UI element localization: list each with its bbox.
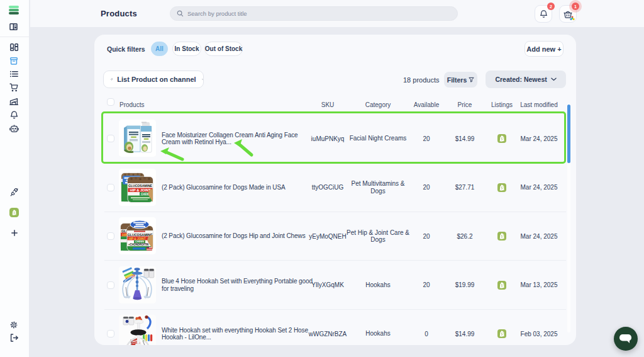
- svg-text:HIP & JOINT: HIP & JOINT: [130, 188, 152, 192]
- svg-text:HIP & JOINT: HIP & JOINT: [129, 237, 146, 241]
- svg-text:+CHONDROITIN: +CHONDROITIN: [128, 243, 149, 246]
- svg-text:GLUCOSAMINE: GLUCOSAMINE: [128, 183, 152, 188]
